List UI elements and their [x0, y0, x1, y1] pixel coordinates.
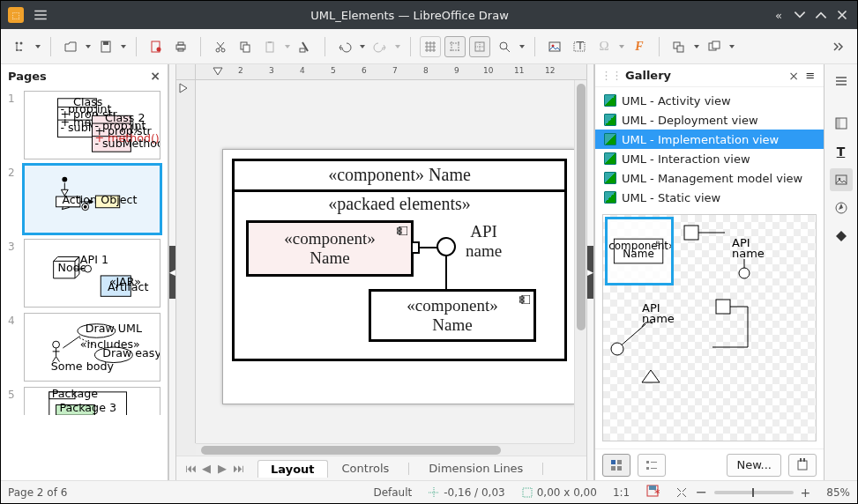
gallery-view-list-button[interactable]	[638, 454, 666, 477]
pages-grip[interactable]: ◀	[168, 64, 176, 480]
ruler-horizontal[interactable]: 234 567 8910 1112	[196, 64, 574, 80]
gallery-item[interactable]: UML - Interaction view	[595, 149, 824, 168]
svg-text:Package 3: Package 3	[59, 401, 116, 414]
drawing-canvas[interactable]: «component» Name «packaed elements» «com…	[196, 80, 574, 443]
status-page: Page 2 of 6	[8, 486, 67, 499]
fit-page-icon[interactable]	[675, 486, 688, 499]
gallery-thumbs[interactable]: «component» Name API name API	[602, 214, 817, 441]
gallery-close-icon[interactable]: ×	[788, 69, 799, 83]
ruler-vertical[interactable]	[176, 80, 196, 443]
align-dropdown[interactable]	[693, 35, 700, 58]
sidebar-tab-shapes-icon[interactable]	[830, 225, 853, 248]
canvas-hscroll[interactable]	[196, 443, 574, 456]
undo-button[interactable]	[334, 35, 355, 58]
drag-handle-icon[interactable]: ⋮⋮	[601, 69, 622, 82]
ruler-corner	[176, 64, 196, 80]
redo-button[interactable]	[369, 35, 391, 58]
gallery-thumb[interactable]	[607, 368, 704, 384]
open-button[interactable]	[60, 35, 81, 58]
status-style[interactable]: Default	[373, 486, 412, 499]
gallery-new-button[interactable]: New...	[727, 454, 781, 477]
paste-button[interactable]	[259, 35, 280, 58]
chevrons-up-icon[interactable]: «	[771, 7, 787, 23]
new-doc-button[interactable]	[10, 35, 31, 58]
status-zoom[interactable]: 85%	[826, 486, 850, 499]
gallery-item-selected[interactable]: UML - Implementation view	[595, 130, 824, 149]
arrange-dropdown[interactable]	[728, 35, 735, 58]
tab-dimension-lines[interactable]: Dimension Lines	[416, 460, 535, 477]
tab-layout[interactable]: Layout	[257, 460, 328, 478]
arrange-button[interactable]	[704, 35, 725, 58]
page-thumb-3[interactable]: 3 Node API 1 «JAR» Artifact	[8, 239, 160, 308]
open-dropdown[interactable]	[85, 35, 92, 58]
zoom-button[interactable]	[494, 35, 515, 58]
page-thumb-5[interactable]: 5 Package Package 3 Package 2	[8, 387, 160, 415]
minimize-icon[interactable]	[792, 7, 808, 23]
page-thumb-1[interactable]: 1 Class - prop:int + prop:str + method()…	[8, 91, 160, 159]
pages-close-icon[interactable]: ×	[150, 69, 160, 83]
close-icon[interactable]	[834, 7, 850, 23]
gallery-properties-button[interactable]	[788, 454, 817, 477]
undo-dropdown[interactable]	[359, 35, 366, 58]
gallery-panel: ⋮⋮ Gallery × ≡ UML - Activity view UML -…	[594, 64, 824, 480]
sidebar-tab-properties-icon[interactable]	[830, 112, 853, 135]
grid-view-button[interactable]	[420, 36, 441, 57]
tab-last-icon[interactable]: ⏭	[231, 462, 245, 476]
copy-button[interactable]	[235, 35, 256, 58]
sidebar-tab-navigator-icon[interactable]	[830, 196, 853, 219]
gallery-thumb[interactable]	[709, 296, 806, 363]
status-save-icon[interactable]: *	[645, 484, 660, 500]
page-thumb-2[interactable]: 2 Action Object	[8, 165, 160, 233]
fontwork-button[interactable]: F	[629, 35, 650, 58]
gallery-item[interactable]: UML - Deployment view	[595, 110, 824, 130]
gallery-item[interactable]: UML - Activity view	[595, 91, 824, 110]
sidebar-tab-gallery-icon[interactable]	[830, 168, 853, 191]
sidebar-tab-menu-icon[interactable]	[830, 70, 853, 93]
gallery-item[interactable]: UML - Management model view	[595, 168, 824, 188]
component-port	[411, 241, 420, 254]
zoom-slider[interactable]	[714, 491, 794, 494]
menu-icon[interactable]	[33, 7, 48, 23]
clone-button[interactable]	[295, 35, 316, 58]
canvas-vscroll[interactable]	[574, 80, 586, 443]
special-char-button[interactable]: Ω	[593, 35, 615, 58]
gallery-thumb[interactable]: API name	[681, 220, 804, 284]
save-dropdown[interactable]	[120, 35, 127, 58]
tab-first-icon[interactable]: ⏮	[183, 462, 198, 476]
tab-prev-icon[interactable]: ◀	[199, 462, 213, 476]
gallery-thumb[interactable]: API name	[607, 296, 704, 363]
special-char-dropdown[interactable]	[618, 35, 625, 58]
gallery-item[interactable]: UML - Static view	[595, 188, 824, 207]
align-button[interactable]	[668, 35, 690, 58]
maximize-icon[interactable]	[813, 7, 829, 23]
export-pdf-button[interactable]	[145, 35, 167, 58]
zoom-in-icon[interactable]: +	[801, 485, 811, 500]
insert-image-button[interactable]	[544, 35, 565, 58]
insert-textbox-button[interactable]: T	[569, 35, 590, 58]
sidebar-grip[interactable]: ▶	[586, 64, 594, 480]
zoom-dropdown[interactable]	[519, 35, 526, 58]
snap-guides-button[interactable]	[444, 36, 466, 57]
svg-marker-111	[836, 231, 847, 241]
svg-rect-95	[611, 460, 616, 464]
page-thumb-4[interactable]: 4 Some body Draw UML «includes» Draw eas…	[8, 313, 160, 382]
zoom-out-icon[interactable]: −	[695, 484, 706, 500]
sidebar-tab-styles-icon[interactable]: T	[830, 140, 853, 163]
gallery-view-icons-button[interactable]	[602, 454, 630, 477]
helplines-button[interactable]	[469, 36, 490, 57]
cut-button[interactable]	[210, 35, 231, 58]
gallery-thumb[interactable]: «component» Name	[605, 217, 674, 285]
gallery-menu-icon[interactable]: ≡	[802, 69, 818, 82]
titlebar: ⬚ UML_Elements — LibreOffice Draw «	[1, 1, 857, 29]
status-scale[interactable]: 1:1	[613, 486, 630, 499]
toolbar-overflow-icon[interactable]	[827, 35, 848, 58]
new-doc-dropdown[interactable]	[34, 35, 41, 58]
save-button[interactable]	[95, 35, 116, 58]
redo-dropdown[interactable]	[394, 35, 401, 58]
paste-dropdown[interactable]	[284, 35, 291, 58]
tab-controls[interactable]: Controls	[330, 460, 402, 477]
svg-text:API 1: API 1	[80, 253, 108, 266]
tab-next-icon[interactable]: ▶	[215, 462, 229, 476]
svg-rect-16	[268, 41, 272, 43]
print-button[interactable]	[170, 35, 191, 58]
